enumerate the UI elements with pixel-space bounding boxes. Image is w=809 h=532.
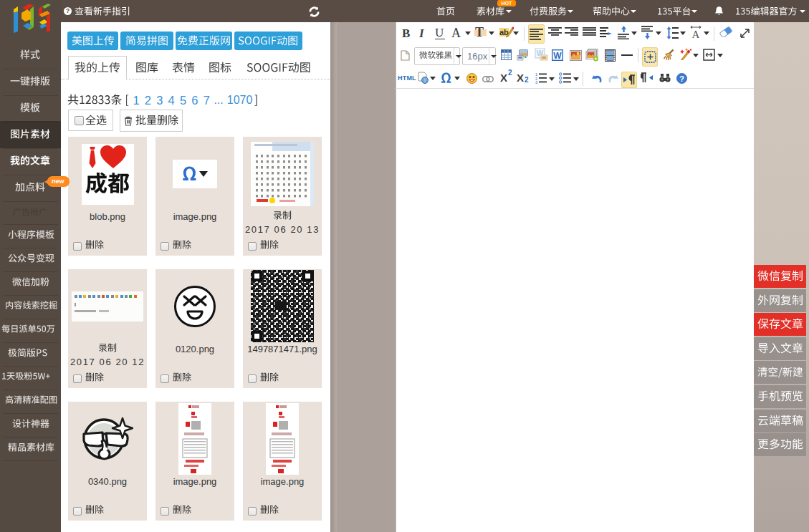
svg-text:W: W — [553, 51, 562, 61]
svg-text:3: 3 — [535, 80, 537, 84]
svg-text:A: A — [692, 29, 700, 39]
svg-text:?: ? — [679, 74, 684, 83]
